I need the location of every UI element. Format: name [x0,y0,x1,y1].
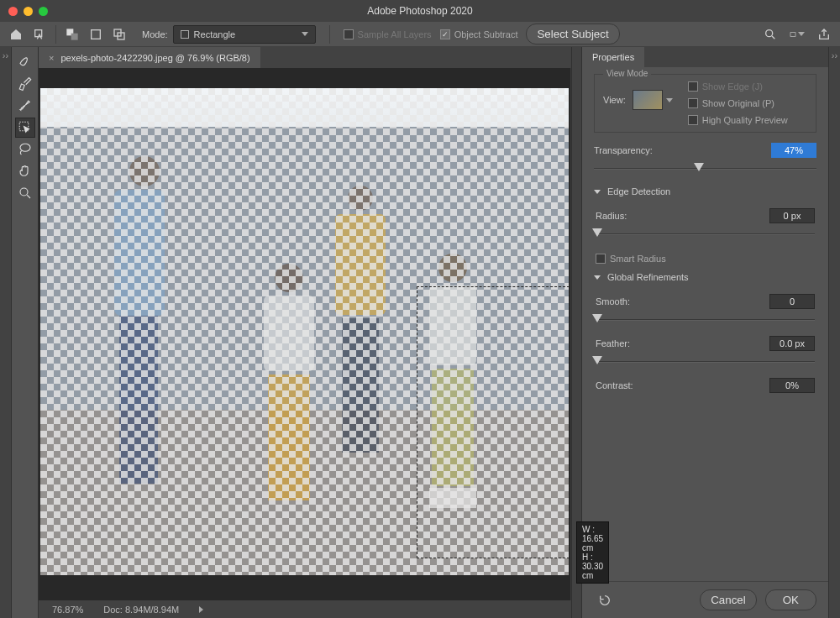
home-icon[interactable] [8,27,24,42]
zoom-tool[interactable] [15,183,35,203]
tool-icon[interactable] [32,27,47,42]
svg-point-6 [766,29,773,36]
status-bar: 76.87% Doc: 8.94M/8.94M [39,600,571,618]
global-refinements-header[interactable]: Global Refinements [594,272,816,282]
app-title: Adobe Photoshop 2020 [0,5,840,17]
status-doc-size[interactable]: Doc: 8.94M/8.94M [103,605,179,615]
brush-tool[interactable] [15,96,35,116]
selection-intersect-icon[interactable] [112,27,127,42]
options-bar: Mode: Rectangle Sample All Layers Object… [0,22,840,47]
tool-palette [12,47,39,618]
quick-selection-tool[interactable] [15,52,35,72]
close-tab-icon[interactable]: × [49,53,54,63]
edge-detection-header[interactable]: Edge Detection [594,186,816,196]
selection-marquee[interactable] [417,286,570,558]
chevron-down-icon [594,275,601,280]
show-edge-check: Show Edge (J) [688,81,788,92]
panel-footer: Cancel OK [582,581,828,618]
object-subtract-check[interactable]: Object Subtract [440,29,518,39]
mode-dropdown[interactable]: Rectangle [173,25,316,44]
feather-label: Feather: [596,338,630,348]
right-dock-strip: ›› [828,47,840,618]
selection-dimensions-tooltip: W : 16.65 cm H : 30.30 cm [576,521,609,584]
smart-radius-check[interactable]: Smart Radius [596,254,815,264]
object-selection-tool[interactable] [15,118,35,138]
transparency-slider[interactable] [594,160,816,178]
feather-value[interactable]: 0.0 px [769,336,815,351]
select-subject-button[interactable]: Select Subject [526,24,619,45]
hand-tool[interactable] [15,161,35,181]
chevron-down-icon [302,32,308,36]
panel-tabs: Properties [582,47,828,67]
smooth-label: Smooth: [596,296,630,306]
svg-rect-7 [790,32,795,36]
layout-icon[interactable] [790,27,805,42]
contrast-label: Contrast: [596,380,633,390]
mode-label: Mode: [142,29,168,39]
reset-icon[interactable] [597,593,612,608]
rectangle-icon [181,30,189,39]
contrast-value[interactable]: 0% [769,378,815,393]
transparency-label: Transparency: [594,145,653,155]
document-tab[interactable]: × pexels-photo-2422290.jpeg @ 76.9% (RGB… [39,47,260,68]
sample-all-layers-check[interactable]: Sample All Layers [344,29,432,39]
svg-point-9 [20,144,30,151]
mode-value: Rectangle [194,29,236,39]
search-icon[interactable] [763,27,778,42]
smooth-slider[interactable] [596,311,815,329]
share-icon[interactable] [816,27,832,42]
radius-slider[interactable] [596,225,815,244]
lasso-tool[interactable] [15,139,35,160]
left-dock-strip: ›› [0,47,12,618]
selection-add-icon[interactable] [65,27,80,42]
selection-subtract-icon[interactable] [88,27,103,42]
show-original-check[interactable]: Show Original (P) [688,98,788,108]
chevron-down-icon [666,98,673,102]
view-mode-legend: View Mode [603,69,651,78]
chevron-down-icon [594,190,601,194]
status-zoom[interactable]: 76.87% [52,605,83,615]
chevron-right-icon[interactable] [199,606,203,613]
chevron-down-icon [798,32,805,36]
document-tab-title: pexels-photo-2422290.jpeg @ 76.9% (RGB/8… [60,53,249,63]
svg-rect-3 [92,29,101,39]
view-thumbnail-dropdown[interactable] [633,90,673,110]
view-thumbnail [633,90,663,110]
cancel-button[interactable]: Cancel [700,589,757,610]
smooth-value[interactable]: 0 [769,294,815,309]
document-tabs: × pexels-photo-2422290.jpeg @ 76.9% (RGB… [39,47,571,68]
feather-slider[interactable] [596,353,815,371]
view-label: View: [603,95,626,105]
properties-panel: Properties View Mode View: Show Edge (J)… [581,47,828,618]
properties-tab[interactable]: Properties [582,47,644,67]
svg-rect-2 [71,33,78,39]
svg-point-10 [20,188,28,196]
radius-value[interactable]: 0 px [769,208,815,223]
view-mode-group: View Mode View: Show Edge (J) Show Origi… [594,74,816,133]
transparency-value[interactable]: 47% [771,143,816,158]
high-quality-preview-check[interactable]: High Quality Preview [688,115,788,125]
title-bar: Adobe Photoshop 2020 [0,0,840,22]
ok-button[interactable]: OK [765,589,816,610]
refine-edge-brush-tool[interactable] [15,74,35,94]
work-area: × pexels-photo-2422290.jpeg @ 76.9% (RGB… [39,47,571,618]
radius-label: Radius: [596,211,627,221]
